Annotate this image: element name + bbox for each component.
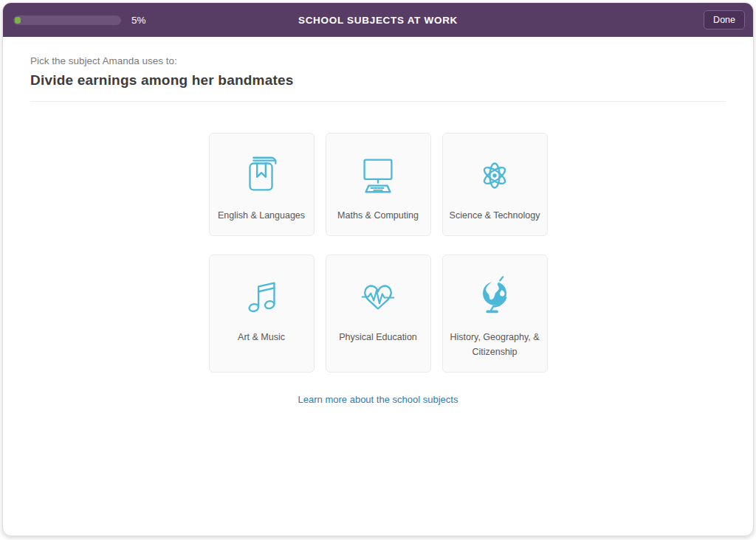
progress-fill — [15, 17, 21, 24]
done-button[interactable]: Done — [704, 10, 745, 30]
main-content: Pick the subject Amanda uses to: Divide … — [3, 37, 753, 405]
learn-more-link[interactable]: Learn more about the school subjects — [30, 394, 726, 405]
subject-card-english-languages[interactable]: English & Languages — [209, 133, 315, 236]
progress-percent-label: 5% — [131, 15, 146, 26]
header-bar: 5% SCHOOL SUBJECTS AT WORK Done — [3, 3, 753, 37]
subject-card-art-music[interactable]: Art & Music — [209, 255, 315, 373]
progress-bar — [13, 15, 121, 25]
page-title: SCHOOL SUBJECTS AT WORK — [298, 15, 458, 26]
subject-grid: English & Languages Maths & Computing — [30, 133, 726, 373]
atom-icon — [472, 153, 518, 198]
book-icon — [238, 153, 284, 198]
divider — [30, 101, 726, 102]
subject-card-label: English & Languages — [218, 209, 305, 223]
subject-card-label: Maths & Computing — [337, 209, 419, 223]
question-task: Divide earnings among her bandmates — [30, 72, 726, 89]
music-note-icon — [238, 274, 284, 320]
question-prompt: Pick the subject Amanda uses to: — [30, 55, 726, 66]
globe-icon — [472, 274, 518, 320]
subject-card-label: Art & Music — [238, 330, 285, 345]
subject-card-label: Science & Technology — [450, 209, 540, 223]
subject-card-science-technology[interactable]: Science & Technology — [442, 133, 548, 236]
subject-card-history-geography-citizenship[interactable]: History, Geography, & Citizenship — [442, 255, 548, 373]
subject-card-maths-computing[interactable]: Maths & Computing — [326, 133, 431, 236]
app-window: 5% SCHOOL SUBJECTS AT WORK Done Pick the… — [2, 2, 754, 536]
subject-card-physical-education[interactable]: Physical Education — [326, 255, 431, 373]
subject-card-label: History, Geography, & Citizenship — [449, 330, 541, 359]
subject-card-label: Physical Education — [339, 330, 417, 345]
computer-icon — [355, 153, 401, 198]
heart-pulse-icon — [355, 274, 401, 320]
